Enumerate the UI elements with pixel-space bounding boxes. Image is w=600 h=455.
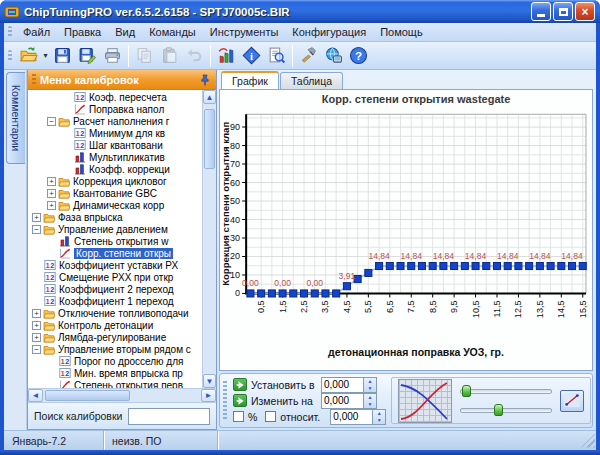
menubar-grip[interactable]: [8, 26, 12, 38]
slider-top[interactable]: [460, 385, 552, 397]
vertical-scroll-thumb[interactable]: [204, 109, 215, 169]
toolbar-web-button[interactable]: [321, 44, 346, 68]
data-point[interactable]: [526, 263, 533, 270]
expand-icon[interactable]: +: [32, 213, 41, 222]
tree-item[interactable]: 12Порог по дросселю для: [28, 355, 202, 367]
data-point[interactable]: [440, 263, 447, 270]
pin-icon[interactable]: [198, 73, 212, 87]
toolbar-save-as-button[interactable]: [75, 44, 100, 68]
toolbar-info-button[interactable]: i: [239, 44, 264, 68]
data-point[interactable]: [301, 290, 308, 297]
close-button[interactable]: ×: [575, 2, 595, 21]
data-point[interactable]: [515, 263, 522, 270]
data-point[interactable]: [558, 263, 565, 270]
spin-down-icon[interactable]: ▼: [364, 401, 376, 408]
tree-item[interactable]: −Расчет наполнения г: [28, 115, 202, 127]
collapse-icon[interactable]: −: [47, 117, 56, 126]
data-point[interactable]: [569, 263, 576, 270]
tree-item[interactable]: Поправка напол: [28, 103, 202, 115]
relative-checkbox[interactable]: [265, 411, 276, 422]
scroll-up-icon[interactable]: ▲: [203, 90, 216, 104]
tree-item[interactable]: +Контроль детонации: [28, 319, 202, 331]
data-point[interactable]: [290, 290, 297, 297]
tree-item[interactable]: 12Коэффициент 2 переход: [28, 283, 202, 295]
expand-icon[interactable]: +: [47, 189, 56, 198]
tree-item[interactable]: 12Шаг квантовани: [28, 139, 202, 151]
data-point[interactable]: [322, 290, 329, 297]
tree-item[interactable]: 12Мин. время впрыска пр: [28, 367, 202, 379]
data-point[interactable]: [408, 263, 415, 270]
data-point[interactable]: [343, 283, 350, 290]
toolbar-zoom-page-button[interactable]: [264, 44, 289, 68]
tree-horizontal-scrollbar[interactable]: ◄ ►: [28, 388, 216, 402]
data-point[interactable]: [376, 263, 383, 270]
menu-item[interactable]: Вид: [108, 24, 142, 40]
percent-checkbox[interactable]: [233, 411, 244, 422]
calibration-search-input[interactable]: [128, 408, 210, 425]
toolbar-tools-button[interactable]: [296, 44, 321, 68]
data-point[interactable]: [418, 263, 425, 270]
tab-table[interactable]: Таблица: [280, 72, 343, 89]
data-point[interactable]: [333, 290, 340, 297]
data-point[interactable]: [258, 290, 265, 297]
spin-down-icon[interactable]: ▼: [364, 385, 376, 392]
collapse-icon[interactable]: −: [32, 345, 41, 354]
tree-item[interactable]: 12Коэф. пересчета: [28, 91, 202, 103]
toolbar-open-button[interactable]: [16, 44, 41, 68]
data-point[interactable]: [472, 263, 479, 270]
data-point[interactable]: [451, 263, 458, 270]
menu-item[interactable]: Помощь: [373, 24, 430, 40]
tree-item[interactable]: +Коррекция цикловог: [28, 175, 202, 187]
change-value-spinner[interactable]: ▲▼: [363, 393, 377, 409]
tree-item[interactable]: −Управление давлением: [28, 223, 202, 235]
tree-item[interactable]: +Динамическая корр: [28, 199, 202, 211]
tree-item[interactable]: Корр. степени откры: [28, 247, 202, 259]
data-point[interactable]: [279, 290, 286, 297]
data-point[interactable]: [268, 290, 275, 297]
expand-icon[interactable]: +: [32, 321, 41, 330]
menu-item[interactable]: Инструменты: [203, 24, 286, 40]
expand-icon[interactable]: +: [32, 309, 41, 318]
toolbar-save-button[interactable]: [50, 44, 75, 68]
scroll-left-icon[interactable]: ◄: [28, 389, 43, 402]
data-point[interactable]: [547, 263, 554, 270]
tree-item[interactable]: +Отключение топливоподачи: [28, 307, 202, 319]
maximize-button[interactable]: [553, 2, 573, 21]
scroll-down-icon[interactable]: ▼: [203, 374, 216, 388]
slider-bottom-thumb[interactable]: [494, 404, 503, 416]
tree-item[interactable]: 12Смещение РХХ при откр: [28, 271, 202, 283]
data-point[interactable]: [365, 269, 372, 276]
change-value-input[interactable]: [321, 393, 363, 409]
minimize-button[interactable]: [531, 2, 551, 21]
spin-up-icon[interactable]: ▲: [373, 410, 385, 417]
data-point[interactable]: [493, 263, 500, 270]
data-point[interactable]: [247, 290, 254, 297]
linear-fill-button[interactable]: [560, 390, 584, 412]
tree-item[interactable]: Коэфф. коррекци: [28, 163, 202, 175]
relative-value-input[interactable]: [330, 409, 372, 425]
data-point[interactable]: [311, 290, 318, 297]
horizontal-scroll-thumb[interactable]: [45, 390, 130, 401]
tree-item[interactable]: 12Минимум для кв: [28, 127, 202, 139]
toolbar-help-button[interactable]: ?: [346, 44, 371, 68]
collapse-icon[interactable]: −: [32, 225, 41, 234]
tree-vertical-scrollbar[interactable]: ▲ ▼: [202, 90, 216, 388]
tree-item[interactable]: Степень открытия w: [28, 235, 202, 247]
menu-item[interactable]: Правка: [57, 24, 108, 40]
apply-set-button[interactable]: [233, 378, 247, 391]
open-dropdown-icon[interactable]: ▾: [41, 44, 50, 68]
tree-item[interactable]: Мультипликатив: [28, 151, 202, 163]
tree-item[interactable]: Степень открытия перв: [28, 379, 202, 388]
menu-item[interactable]: Файл: [16, 24, 57, 40]
scroll-right-icon[interactable]: ►: [201, 389, 216, 402]
toolbar-grip[interactable]: [8, 50, 12, 62]
data-point[interactable]: [504, 263, 511, 270]
menu-item[interactable]: Конфигурация: [285, 24, 373, 40]
chart-area[interactable]: Корр. степени открытия wastegate01020304…: [219, 89, 593, 371]
tab-graph[interactable]: График: [221, 71, 279, 89]
apply-change-button[interactable]: [233, 394, 247, 407]
expand-icon[interactable]: +: [32, 333, 41, 342]
set-value-input[interactable]: [321, 377, 363, 393]
data-point[interactable]: [579, 263, 586, 270]
toolbar-print-button[interactable]: [100, 44, 125, 68]
